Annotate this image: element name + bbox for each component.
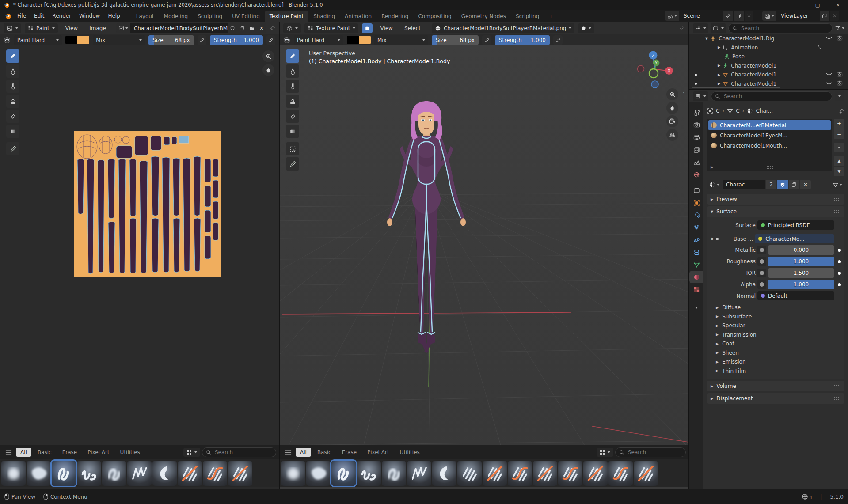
background-color-swatch[interactable] [77,36,89,44]
foreground-color-swatch[interactable] [65,36,77,44]
outliner-search-input[interactable] [740,25,829,32]
image-menu-image[interactable]: Image [85,22,110,34]
scene-browse-button[interactable] [665,11,679,21]
outliner-filter-id-dropdown[interactable] [711,23,726,33]
alpha-socket-button[interactable] [757,280,766,289]
disable-render-icon[interactable] [837,35,843,42]
viewport-pin-icon[interactable] [679,25,685,31]
properties-pin-icon[interactable] [839,108,844,114]
base-color-field[interactable]: CharacterMo... [755,234,834,243]
brush-preview-icon[interactable] [283,37,290,44]
ior-slider[interactable]: 1.500 [768,268,834,278]
image-strength-pressure-toggle[interactable] [266,35,275,45]
shelf-tab-basic[interactable]: Basic [33,448,56,457]
shelf-tab-all[interactable]: All [296,448,311,457]
panel-drag-grip[interactable] [834,210,841,213]
brush-thumb-airbrush[interactable] [1,461,26,486]
paint-texture-dropdown[interactable]: CharacterModel1BodySuitPlayerBMaterial.p… [432,23,574,33]
roughness-slider[interactable]: 1.000 [768,257,834,266]
smear-tool-button[interactable] [286,80,299,93]
brush-preview-icon[interactable] [4,37,11,44]
select-box-tool-button[interactable] [286,142,299,155]
image-fake-user-icon[interactable] [228,23,237,33]
draw-tool-button[interactable] [6,49,19,63]
viewport-editor-type-button[interactable] [283,23,301,33]
brush-thumb-erase-soft[interactable] [508,461,532,486]
properties-search[interactable] [711,91,832,101]
workspace-tab-animation[interactable]: Animation [340,11,376,22]
image-unlink-button[interactable]: ✕ [257,23,266,33]
brush-thumb-paint-hard-pressure[interactable] [357,461,381,486]
viewport-menu-view[interactable]: View [376,22,396,34]
viewport-brush-dropdown[interactable]: Paint Hard [294,35,343,45]
tab-object-data[interactable] [689,258,703,271]
brush-thumb-smear[interactable] [432,461,456,486]
displacement-panel-header[interactable]: ▶Displacement [707,393,844,404]
soften-tool-button[interactable] [6,64,19,78]
hide-viewport-icon[interactable] [826,81,832,87]
viewlayer-copy-button[interactable] [820,11,829,21]
viewport-shading-toggle[interactable] [362,23,373,33]
brush-thumb-airbrush[interactable] [281,461,305,486]
material-link-dropdown[interactable] [830,180,844,189]
list-expand-icon[interactable]: ▶ [711,165,713,169]
move-slot-down-button[interactable]: ▼ [834,167,844,176]
shelf-tab-utilities[interactable]: Utilities [395,448,424,457]
viewport-size-slider[interactable]: Size 68 px [432,35,479,45]
brush-thumb-strokes[interactable] [457,461,482,486]
brush-thumb-paint-hard[interactable] [331,461,356,486]
image-mode-dropdown[interactable]: Paint [25,23,58,33]
metallic-slider[interactable]: 0.000 [768,245,834,255]
tab-object[interactable] [689,197,703,209]
annotate-tool-button[interactable] [286,157,299,171]
tab-render[interactable] [689,119,703,131]
properties-editor-type-button[interactable] [693,91,708,101]
tab-constraints[interactable] [689,246,703,258]
region-collapse-icon[interactable]: ‹ [683,90,684,95]
texture-slot-dropdown[interactable] [578,23,594,33]
material-slot-row[interactable]: CharacterM...erBMaterial [708,120,831,130]
close-button[interactable]: ✕ [828,0,848,10]
outliner-display-dropdown[interactable] [693,23,708,33]
image-size-slider[interactable]: Size 68 px [148,35,194,45]
outliner-row-animation[interactable]: ▶ Animation [689,43,848,53]
subpanel-sheen[interactable]: ▶Sheen [711,349,841,358]
extensions-status[interactable]: 1 [802,493,813,500]
fill-tool-button[interactable] [286,110,299,123]
menu-render[interactable]: Render [48,10,75,22]
add-workspace-button[interactable]: + [544,11,558,22]
menu-window[interactable]: Window [75,10,104,22]
workspace-tab-modeling[interactable]: Modeling [159,11,193,22]
properties-search-input[interactable] [723,93,828,100]
workspace-tab-texture-paint[interactable]: Texture Paint [265,11,308,22]
animate-dot-icon[interactable] [838,272,841,275]
panel-drag-grip[interactable] [834,384,841,388]
workspace-tab-uv-editing[interactable]: UV Editing [227,11,265,22]
viewport-strength-slider[interactable]: Strength 1.000 [495,35,550,45]
viewport-size-pressure-toggle[interactable] [482,35,491,45]
material-browse-button[interactable] [707,180,722,189]
brush-thumb-paint-soft[interactable] [382,461,406,486]
outliner-search[interactable] [728,23,833,33]
tab-view-layer[interactable] [689,144,703,156]
image-browse-button[interactable] [116,23,130,33]
brush-thumb-erase-alpha[interactable] [228,461,252,486]
image-pan-button[interactable] [262,64,274,76]
brush-thumb-paint-strokes[interactable] [407,461,431,486]
viewport-menu-select[interactable]: Select [400,22,425,34]
subpanel-emission[interactable]: ▶Emission [711,357,841,367]
surface-shader-field[interactable]: Principled BSDF [757,220,834,230]
gradient-tool-button[interactable] [6,125,19,138]
shelf-tab-pixel-art[interactable]: Pixel Art [83,448,114,457]
panel-drag-grip[interactable] [834,397,841,400]
breadcrumb-object[interactable]: C [716,108,719,114]
annotate-tool-button[interactable] [6,142,19,155]
breadcrumb-material[interactable]: Char... [756,108,773,114]
shelf-display-dropdown[interactable] [597,448,613,457]
workspace-tab-scripting[interactable]: Scripting [511,11,544,22]
shelf-tab-utilities[interactable]: Utilities [116,448,145,457]
outliner-filter-button[interactable] [835,25,844,31]
roughness-socket-button[interactable] [757,257,766,266]
soften-tool-button[interactable] [286,64,299,78]
workspace-tab-layout[interactable]: Layout [131,11,159,22]
